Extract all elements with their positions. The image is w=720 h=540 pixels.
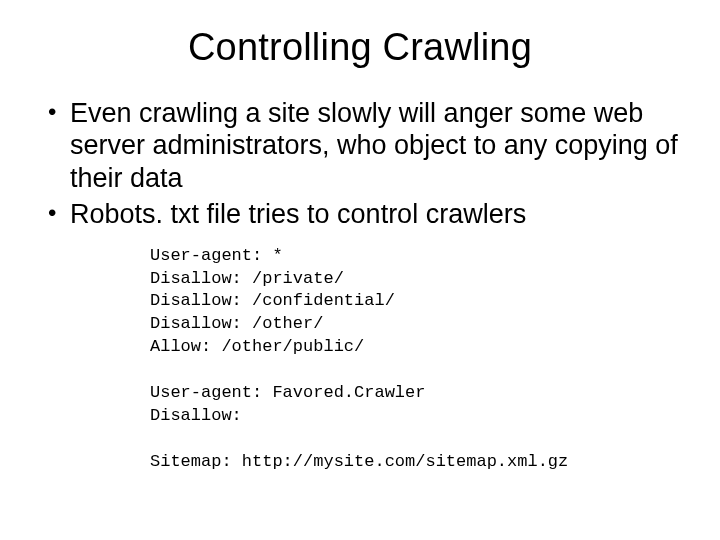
robots-txt-code: User-agent: * Disallow: /private/ Disall… — [150, 245, 680, 474]
slide-title: Controlling Crawling — [40, 26, 680, 69]
bullet-item: Even crawling a site slowly will anger s… — [44, 97, 680, 194]
bullet-list: Even crawling a site slowly will anger s… — [44, 97, 680, 231]
bullet-item: Robots. txt file tries to control crawle… — [44, 198, 680, 230]
slide: Controlling Crawling Even crawling a sit… — [0, 0, 720, 540]
